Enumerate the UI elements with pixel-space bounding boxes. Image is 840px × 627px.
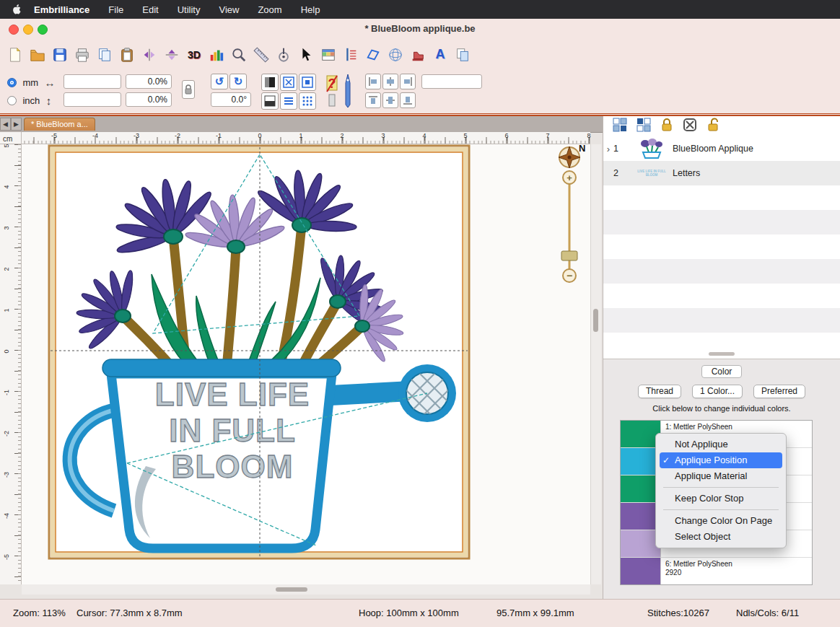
menu-edit[interactable]: Edit: [142, 4, 158, 15]
print-icon[interactable]: [73, 45, 92, 65]
no-hoop-icon[interactable]: [683, 118, 697, 135]
align-right-button[interactable]: [400, 74, 416, 89]
height-percent-field[interactable]: [126, 92, 172, 107]
proportional-lock-button[interactable]: [182, 80, 195, 99]
ruler-number: -3: [134, 132, 139, 139]
menu-zoom[interactable]: Zoom: [258, 4, 281, 15]
main-toolbar: 3D A: [0, 39, 840, 70]
save-icon[interactable]: [51, 45, 69, 65]
ruler-number: 5: [463, 132, 467, 139]
menu-item-keep-color-stop[interactable]: Keep Color Stop: [656, 491, 786, 507]
object-row-bluebloom[interactable]: › 1 BlueBloom Applique: [603, 136, 840, 161]
delete-stitch-button[interactable]: [280, 74, 297, 91]
object-list-empty-rows: [603, 185, 840, 349]
align-bottom-button[interactable]: [400, 92, 416, 108]
width-percent-field[interactable]: [126, 74, 172, 89]
flip-horizontal-icon[interactable]: [140, 45, 159, 65]
color-row-6[interactable]: 6: Mettler PolySheen2920: [621, 558, 812, 585]
canvas-zoom-slider[interactable]: + −: [561, 171, 577, 282]
design-text-line3[interactable]: BLOOM: [172, 449, 294, 484]
stitch-half-icon-button[interactable]: [261, 92, 279, 110]
object-label: BlueBloom Applique: [673, 144, 753, 154]
horizontal-scrollbar[interactable]: [22, 584, 590, 595]
stitch-box-button[interactable]: [299, 74, 316, 91]
menu-view[interactable]: View: [219, 4, 239, 15]
apple-menu-icon[interactable]: [12, 4, 21, 15]
vertical-scrollbar-thumb[interactable]: [593, 309, 598, 332]
thread-button[interactable]: Thread: [638, 385, 681, 398]
ruler-number: 0: [3, 346, 12, 356]
copy-icon[interactable]: [95, 45, 114, 65]
menu-file[interactable]: File: [108, 4, 123, 15]
3d-view-icon[interactable]: 3D: [185, 45, 204, 65]
lock-icon[interactable]: [660, 118, 673, 135]
zoom-slider-handle[interactable]: [561, 251, 577, 260]
align-center-h-button[interactable]: [382, 74, 398, 89]
x-position-field[interactable]: [64, 74, 121, 89]
mesh-warp-icon[interactable]: [386, 45, 405, 65]
design-text-line2[interactable]: IN FULL: [169, 413, 296, 448]
horizontal-scrollbar-thumb[interactable]: [276, 587, 307, 592]
active-document-tab[interactable]: * BlueBloom a...: [24, 118, 95, 131]
app-name[interactable]: Embrilliance: [34, 4, 89, 15]
stitch-grid-button[interactable]: [299, 92, 316, 110]
angle-field[interactable]: [211, 92, 251, 107]
menu-utility[interactable]: Utility: [178, 4, 201, 15]
extra-field[interactable]: [421, 74, 482, 89]
design-text-line1[interactable]: LIVE LIFE: [155, 377, 310, 412]
stitch-list-icon[interactable]: [341, 45, 360, 65]
needle-tool-icon[interactable]: [342, 73, 354, 109]
stitch-lines-button[interactable]: [280, 92, 297, 110]
open-folder-icon[interactable]: [28, 45, 47, 65]
new-file-icon[interactable]: [6, 45, 25, 65]
lettering-object[interactable]: LIVE LIFE IN FULL BLOOM: [155, 377, 310, 484]
align-middle-v-button[interactable]: [382, 92, 398, 108]
flip-vertical-icon[interactable]: [162, 45, 181, 65]
rotate-3d-icon[interactable]: [364, 45, 382, 65]
align-left-button[interactable]: [365, 74, 381, 89]
menu-item-applique-position[interactable]: ✓ Applique Position: [660, 452, 782, 468]
select-arrow-icon[interactable]: [297, 45, 315, 65]
paste-icon[interactable]: [118, 45, 136, 65]
design-canvas[interactable]: LIVE LIFE IN FULL BLOOM: [22, 144, 590, 584]
align-top-button[interactable]: [365, 92, 381, 108]
y-position-field[interactable]: [64, 92, 121, 107]
color-swatch[interactable]: [621, 558, 661, 584]
menu-help[interactable]: Help: [301, 4, 320, 15]
zoom-tool-icon[interactable]: [229, 45, 248, 65]
menu-item-change-color-on-page[interactable]: Change Color On Page: [656, 513, 786, 529]
group-objects-icon[interactable]: [636, 118, 651, 135]
ruler-number: 4: [422, 132, 426, 139]
menu-item-not-applique[interactable]: Not Applique: [656, 437, 786, 452]
compass-rose: N: [559, 144, 585, 168]
next-tab-button[interactable]: ▶: [11, 118, 22, 131]
expander-icon[interactable]: ›: [603, 144, 613, 154]
inch-radio[interactable]: [7, 96, 17, 105]
stitch-chart-icon[interactable]: [207, 45, 226, 65]
sew-simulator-icon[interactable]: [408, 45, 427, 65]
panel-resize-handle[interactable]: [709, 352, 735, 356]
unlock-icon[interactable]: [706, 118, 721, 135]
object-number: 1: [613, 144, 625, 154]
vertical-scrollbar[interactable]: [590, 144, 601, 584]
measure-icon[interactable]: [252, 45, 271, 65]
one-color-button[interactable]: 1 Color...: [692, 385, 743, 398]
object-row-letters[interactable]: 2 LIVE LIFE IN FULL BLOOM Letters: [603, 161, 840, 185]
copy-design-icon[interactable]: [453, 45, 472, 65]
stitch-black-icon-button[interactable]: [261, 74, 279, 91]
rotate-right-button[interactable]: ↻: [229, 74, 247, 89]
mm-unit-row: mm ↔: [7, 76, 56, 89]
zoom-in-glyph: +: [566, 172, 572, 183]
menu-item-applique-material[interactable]: Applique Material: [656, 468, 786, 484]
menu-item-select-object[interactable]: Select Object: [656, 529, 786, 545]
zoom-out-glyph: −: [566, 270, 572, 281]
prev-tab-button[interactable]: ◀: [0, 118, 11, 131]
mm-radio[interactable]: [7, 78, 17, 87]
hide-notes-icon[interactable]: ?: [325, 73, 339, 109]
letters-icon[interactable]: A: [431, 45, 450, 65]
stitch-order-icon[interactable]: [613, 118, 627, 135]
properties-icon[interactable]: [319, 45, 338, 65]
preferred-button[interactable]: Preferred: [753, 385, 805, 398]
rotate-left-button[interactable]: ↺: [211, 74, 228, 89]
hoop-needle-icon[interactable]: [274, 45, 293, 65]
